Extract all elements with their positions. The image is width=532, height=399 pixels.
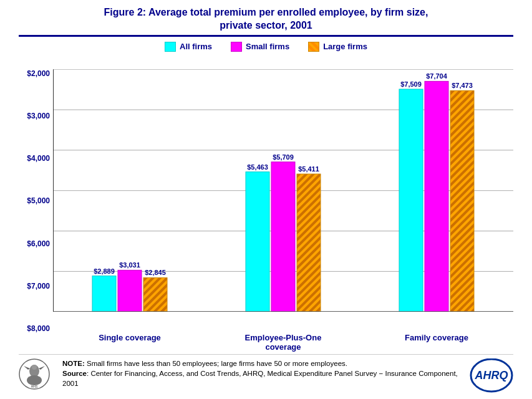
legend-swatch-small xyxy=(231,42,242,52)
legend-label-large: Large firms xyxy=(323,42,367,51)
svg-point-35 xyxy=(27,375,42,385)
chart-body: $2,889$3,031 $2,845$5,463$5,709 $5,411$7… xyxy=(53,57,513,352)
legend-swatch-large xyxy=(308,42,319,52)
legend-item-large: Large firms xyxy=(308,42,367,52)
title-underline xyxy=(19,35,513,37)
legend-item-all: All firms xyxy=(165,42,212,52)
source-line: Source: Center for Financing, Access, an… xyxy=(62,368,460,388)
chart-title: Figure 2: Average total premium per enro… xyxy=(19,6,513,32)
note-line: NOTE: Small firms have less than 50 empl… xyxy=(62,358,460,368)
hhs-logo: HHS xyxy=(19,358,53,393)
svg-text:$7,473: $7,473 xyxy=(452,82,473,89)
legend-swatch-all xyxy=(165,42,176,52)
y-label-7000: $7,000 xyxy=(19,282,53,291)
svg-text:$7,704: $7,704 xyxy=(426,72,448,80)
page: Figure 2: Average total premium per enro… xyxy=(0,0,532,399)
svg-text:$2,845: $2,845 xyxy=(145,269,166,276)
source-text: : Center for Financing, Access, and Cost… xyxy=(62,370,458,387)
y-label-2000: $2,000 xyxy=(19,69,53,78)
svg-text:$5,463: $5,463 xyxy=(247,163,268,170)
source-label: Source xyxy=(62,370,87,377)
legend-label-all: All firms xyxy=(180,42,212,51)
svg-rect-17 xyxy=(271,161,295,311)
y-label-5000: $5,000 xyxy=(19,196,53,205)
svg-text:$3,031: $3,031 xyxy=(119,261,140,269)
grid-and-bars: $2,889$3,031 $2,845$5,463$5,709 $5,411$7… xyxy=(53,69,513,312)
svg-text:$2,889: $2,889 xyxy=(94,267,115,274)
svg-rect-13 xyxy=(143,277,167,312)
svg-point-38 xyxy=(32,365,37,370)
svg-rect-23 xyxy=(399,89,423,312)
x-label-employee: Employee-Plus-Onecoverage xyxy=(233,333,333,352)
svg-text:AHRQ: AHRQ xyxy=(475,369,508,382)
y-label-4000: $4,000 xyxy=(19,154,53,163)
svg-text:$5,411: $5,411 xyxy=(298,165,319,173)
svg-text:HHS: HHS xyxy=(31,385,38,388)
svg-rect-9 xyxy=(118,270,142,312)
x-label-family: Family coverage xyxy=(387,333,486,352)
hhs-eagle-svg: HHS xyxy=(19,358,50,390)
y-label-8000: $8,000 xyxy=(19,324,53,333)
svg-rect-25 xyxy=(425,81,448,312)
svg-text:$7,509: $7,509 xyxy=(400,80,422,88)
footer: HHS NOTE: Small firms have less than 50 … xyxy=(19,354,513,393)
ahrq-logo-container: AHRQ xyxy=(470,358,513,393)
svg-marker-37 xyxy=(39,366,45,370)
svg-rect-29 xyxy=(450,90,474,312)
y-label-6000: $6,000 xyxy=(19,239,53,248)
chart-area: $8,000 $7,000 $6,000 $5,000 $4,000 $3,00… xyxy=(19,57,513,352)
y-label-3000: $3,000 xyxy=(19,112,53,120)
y-axis: $8,000 $7,000 $6,000 $5,000 $4,000 $3,00… xyxy=(19,57,53,352)
footer-text: NOTE: Small firms have less than 50 empl… xyxy=(62,358,460,388)
ahrq-logo-svg: AHRQ xyxy=(470,358,513,393)
legend: All firms Small firms Large firms xyxy=(19,42,513,52)
x-axis-labels: Single coverage Employee-Plus-Onecoverag… xyxy=(53,333,513,352)
svg-text:$5,709: $5,709 xyxy=(273,153,294,160)
svg-rect-7 xyxy=(92,276,116,312)
legend-label-small: Small firms xyxy=(246,42,289,51)
chart-svg: $2,889$3,031 $2,845$5,463$5,709 $5,411$7… xyxy=(53,69,513,312)
svg-rect-15 xyxy=(246,171,269,312)
svg-marker-36 xyxy=(24,366,30,370)
svg-rect-21 xyxy=(297,174,321,312)
note-label: NOTE: xyxy=(62,360,85,367)
legend-item-small: Small firms xyxy=(231,42,289,52)
note-text: Small firms have less than 50 employees;… xyxy=(85,360,347,367)
x-label-single: Single coverage xyxy=(80,333,180,352)
